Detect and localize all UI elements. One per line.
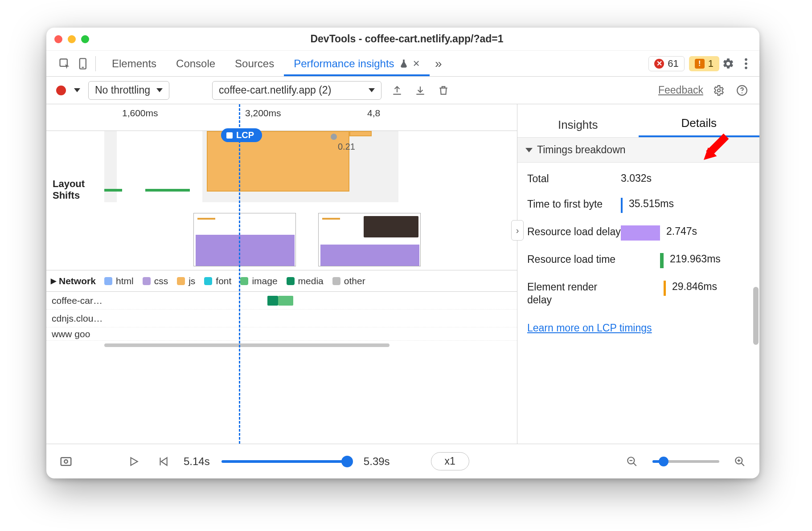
record-menu-caret-icon[interactable] <box>74 88 80 92</box>
layout-shifts-label: Layout Shifts <box>46 131 104 270</box>
panel-collapse-handle[interactable]: › <box>511 220 524 241</box>
svg-point-6 <box>718 89 721 92</box>
legend-item-js: js <box>177 276 195 286</box>
playback-slider[interactable] <box>221 460 352 463</box>
tab-performance-insights[interactable]: Performance insights × <box>284 51 430 76</box>
chevron-right-icon: ▶ <box>51 277 56 285</box>
right-panel-scrollbar[interactable] <box>753 153 759 439</box>
swatch <box>332 277 340 285</box>
zoom-slider[interactable] <box>652 460 719 463</box>
playback-speed-button[interactable]: x1 <box>431 452 469 470</box>
kv-total: Total 3.032s <box>527 166 750 192</box>
tab-label: Console <box>176 57 215 70</box>
feedback-link[interactable]: Feedback <box>658 84 703 96</box>
cls-block[interactable] <box>349 131 372 136</box>
chevron-down-icon <box>369 88 375 92</box>
legend-item-font: font <box>204 276 231 286</box>
bar-resource-time <box>660 253 664 268</box>
minimize-window-button[interactable] <box>68 35 76 43</box>
network-chunk[interactable] <box>267 296 278 306</box>
help-icon[interactable] <box>734 83 750 98</box>
svg-point-3 <box>745 58 747 61</box>
bar-ttfb <box>621 198 623 213</box>
legend-item-media: media <box>287 276 324 286</box>
playback-bar: 5.14s 5.39s x1 <box>46 444 759 478</box>
play-icon[interactable] <box>125 453 143 470</box>
toggle-overview-icon[interactable] <box>57 453 75 470</box>
record-button[interactable] <box>56 86 66 95</box>
zoom-out-icon[interactable] <box>623 453 641 470</box>
titlebar: DevTools - coffee-cart.netlify.app/?ad=1 <box>46 28 759 51</box>
tab-elements[interactable]: Elements <box>102 51 166 76</box>
device-toolbar-icon[interactable] <box>74 54 93 73</box>
svg-point-8 <box>742 92 742 93</box>
network-toggle[interactable]: ▶ Network <box>46 276 104 286</box>
timings-grid: Total 3.032s Time to first byte 35.515ms… <box>517 163 759 316</box>
tab-console[interactable]: Console <box>166 51 225 76</box>
more-menu-icon[interactable] <box>737 55 755 73</box>
legend-item-html: html <box>104 276 134 286</box>
import-icon[interactable] <box>413 83 428 98</box>
main-content: 1,600ms 3,200ms 4,8 LCP Layout Shifts <box>46 104 759 444</box>
legend-item-css: css <box>143 276 168 286</box>
right-panel-tabs: Insights Details <box>517 104 759 137</box>
swatch <box>143 277 151 285</box>
panel-settings-gear-icon[interactable] <box>711 83 726 98</box>
duration: 5.39s <box>364 455 390 468</box>
network-header-label: Network <box>59 276 96 286</box>
cls-point[interactable] <box>331 134 337 140</box>
warnings-badge[interactable]: ! 1 <box>689 56 719 71</box>
tabs-overflow-icon[interactable]: » <box>430 57 447 71</box>
playhead[interactable] <box>239 104 240 444</box>
lcp-label: LCP <box>236 130 254 140</box>
svg-line-16 <box>741 463 744 466</box>
time-ruler[interactable]: 1,600ms 3,200ms 4,8 <box>46 104 517 131</box>
throttling-select[interactable]: No throttling <box>88 81 169 100</box>
delete-icon[interactable] <box>436 83 451 98</box>
legend-item-image: image <box>240 276 277 286</box>
right-panel: › Insights Details Timings breakdown Tot… <box>517 104 759 444</box>
horizontal-scrollbar[interactable] <box>46 341 517 350</box>
filmstrip-thumbnail[interactable] <box>193 213 296 266</box>
network-row-name: coffee-car… <box>46 295 123 306</box>
recording-select[interactable]: coffee-cart.netlify.app (2) <box>212 81 381 100</box>
network-row[interactable]: coffee-car… <box>46 292 517 310</box>
layout-shifts-track[interactable]: 0.21 <box>104 131 517 270</box>
maximize-window-button[interactable] <box>81 35 89 43</box>
settings-gear-icon[interactable] <box>719 55 737 73</box>
inspect-element-icon[interactable] <box>55 54 74 73</box>
network-row[interactable]: www goo <box>46 327 517 341</box>
errors-badge[interactable]: ✕ 61 <box>648 56 684 71</box>
learn-more-link[interactable]: Learn more on LCP timings <box>527 322 652 334</box>
kv-resource-load-delay: Resource load delay 2.747s <box>527 219 750 247</box>
close-tab-icon[interactable]: × <box>413 57 420 70</box>
close-window-button[interactable] <box>54 35 62 43</box>
section-title: Timings breakdown <box>537 144 626 156</box>
timeline-panel[interactable]: 1,600ms 3,200ms 4,8 LCP Layout Shifts <box>46 104 517 444</box>
network-row-name: cdnjs.clou… <box>46 313 123 324</box>
network-lane <box>123 310 517 327</box>
svg-point-4 <box>745 62 747 65</box>
recording-value: coffee-cart.netlify.app (2) <box>219 84 331 96</box>
rewind-start-icon[interactable] <box>154 453 172 470</box>
network-legend: html css js font image media other <box>104 276 365 286</box>
fid-line <box>145 189 190 192</box>
tab-insights[interactable]: Insights <box>517 118 639 137</box>
legend-item-other: other <box>332 276 365 286</box>
kv-resource-load-time: Resource load time 219.963ms <box>527 247 750 274</box>
time-tick: 3,200ms <box>245 108 281 118</box>
filmstrip-thumbnail[interactable] <box>318 213 421 266</box>
export-icon[interactable] <box>390 83 405 98</box>
network-chunk[interactable] <box>278 296 293 306</box>
fid-line <box>104 189 122 192</box>
tab-details[interactable]: Details <box>639 116 760 137</box>
network-row[interactable]: cdnjs.clou… <box>46 310 517 327</box>
swatch <box>204 277 212 285</box>
tab-sources[interactable]: Sources <box>225 51 284 76</box>
timings-breakdown-header[interactable]: Timings breakdown <box>517 137 759 163</box>
network-row-name: www goo <box>46 329 123 339</box>
swatch <box>177 277 185 285</box>
lcp-marker[interactable]: LCP <box>221 128 262 142</box>
zoom-in-icon[interactable] <box>731 453 749 470</box>
network-lane <box>123 327 517 340</box>
